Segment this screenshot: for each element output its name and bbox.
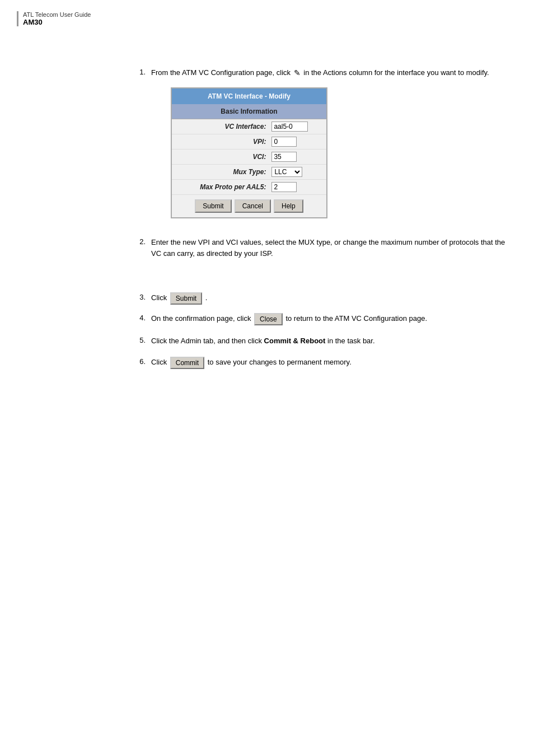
label-mux-type: Mux Type: bbox=[172, 165, 269, 180]
select-mux-type[interactable]: LLC VC bbox=[271, 167, 302, 177]
table-row: VPI: bbox=[172, 134, 326, 150]
main-content: 1. From the ATM VC Configuration page, c… bbox=[129, 67, 512, 379]
value-max-proto bbox=[269, 180, 326, 195]
submit-inline-button[interactable]: Submit bbox=[170, 292, 202, 305]
dialog-footer: Submit Cancel Help bbox=[172, 195, 326, 217]
step-5-number: 5. bbox=[129, 335, 146, 344]
step-1-text-before: From the ATM VC Configuration page, clic… bbox=[151, 68, 293, 77]
step-1-content: From the ATM VC Configuration page, clic… bbox=[151, 67, 512, 227]
dialog-cancel-button[interactable]: Cancel bbox=[235, 199, 271, 213]
step-1-number: 1. bbox=[129, 67, 146, 76]
header-subtitle: AM30 bbox=[23, 18, 91, 26]
dialog-table: VC Interface: VPI: VCI: bbox=[172, 119, 326, 195]
dialog-section-header: Basic Information bbox=[172, 104, 326, 119]
input-vpi[interactable] bbox=[271, 137, 297, 147]
value-vpi bbox=[269, 134, 326, 150]
value-vci bbox=[269, 150, 326, 165]
step-5-content: Click the Admin tab, and then click Comm… bbox=[151, 335, 512, 347]
step-6: 6. Click Commit to save your changes to … bbox=[129, 357, 512, 369]
step-1: 1. From the ATM VC Configuration page, c… bbox=[129, 67, 512, 227]
step-4: 4. On the confirmation page, click Close… bbox=[129, 313, 512, 325]
step-2-number: 2. bbox=[129, 237, 146, 246]
input-vc-interface[interactable] bbox=[271, 122, 308, 132]
step-5-bold: Commit & Reboot bbox=[264, 337, 326, 345]
page-container: ATL Telecom User Guide AM30 1. From the … bbox=[0, 0, 534, 756]
step-2-text: Enter the new VPI and VCI values, select… bbox=[151, 238, 505, 258]
step-3-number: 3. bbox=[129, 292, 146, 301]
step-3-content: Click Submit . bbox=[151, 292, 512, 305]
value-vc-interface bbox=[269, 119, 326, 134]
commit-inline-button[interactable]: Commit bbox=[170, 357, 204, 369]
step-6-text-before: Click bbox=[151, 358, 169, 366]
table-row: VCI: bbox=[172, 150, 326, 165]
step-1-text-after: in the Actions column for the interface … bbox=[303, 68, 489, 77]
step-4-content: On the confirmation page, click Close to… bbox=[151, 313, 512, 325]
table-row: Mux Type: LLC VC bbox=[172, 165, 326, 180]
close-inline-button[interactable]: Close bbox=[254, 313, 283, 325]
step-6-content: Click Commit to save your changes to per… bbox=[151, 357, 512, 369]
input-vci[interactable] bbox=[271, 152, 297, 162]
step-2: 2. Enter the new VPI and VCI values, sel… bbox=[129, 237, 512, 259]
step-5-text-after: in the task bar. bbox=[327, 337, 375, 345]
dialog-submit-button[interactable]: Submit bbox=[195, 199, 231, 213]
step-3: 3. Click Submit . bbox=[129, 292, 512, 305]
table-row: VC Interface: bbox=[172, 119, 326, 134]
table-row: Max Proto per AAL5: bbox=[172, 180, 326, 195]
label-vpi: VPI: bbox=[172, 134, 269, 150]
step-4-text-after: to return to the ATM VC Configuration pa… bbox=[285, 315, 427, 323]
step-5-text-before: Click the Admin tab, and then click bbox=[151, 337, 264, 345]
header-title: ATL Telecom User Guide bbox=[23, 11, 91, 18]
step-4-text-before: On the confirmation page, click bbox=[151, 315, 253, 323]
step-3-text-before: Click bbox=[151, 294, 169, 302]
step-6-number: 6. bbox=[129, 357, 146, 366]
step-3-text-after: . bbox=[205, 294, 208, 302]
label-vci: VCI: bbox=[172, 150, 269, 165]
step-2-content: Enter the new VPI and VCI values, select… bbox=[151, 237, 512, 259]
label-vc-interface: VC Interface: bbox=[172, 119, 269, 134]
input-max-proto[interactable] bbox=[271, 182, 297, 192]
label-max-proto: Max Proto per AAL5: bbox=[172, 180, 269, 195]
step-5: 5. Click the Admin tab, and then click C… bbox=[129, 335, 512, 347]
step-6-text-after: to save your changes to permanent memory… bbox=[208, 358, 352, 366]
value-mux-type: LLC VC bbox=[269, 165, 326, 180]
dialog-help-button[interactable]: Help bbox=[274, 199, 303, 213]
atm-vc-dialog: ATM VC Interface - Modify Basic Informat… bbox=[171, 87, 327, 218]
header-section: ATL Telecom User Guide AM30 bbox=[17, 11, 91, 26]
dialog-title: ATM VC Interface - Modify bbox=[172, 88, 326, 104]
step-4-number: 4. bbox=[129, 313, 146, 322]
edit-icon: ✎ bbox=[294, 67, 301, 79]
